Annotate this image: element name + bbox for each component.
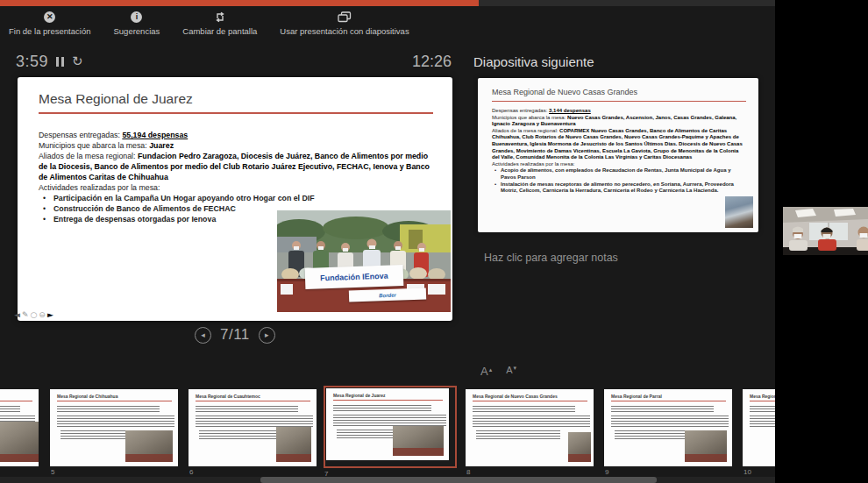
restart-timer-button[interactable]: ↻: [72, 55, 83, 68]
filmstrip-thumbnail-6[interactable]: Mesa Regional de Cuauhtemoc 6: [189, 389, 317, 476]
elapsed-time: 3:59: [16, 53, 48, 71]
thumbnail-photo: [685, 430, 727, 462]
next-slide-photo: [725, 196, 753, 228]
slide-photo: Fundación IEnova Border: [277, 210, 451, 312]
use-slideshow-button[interactable]: Usar presentación con diapositivas: [280, 11, 409, 36]
swap-displays-label: Cambiar de pantalla: [182, 26, 257, 36]
filmstrip-thumbnail-5[interactable]: Mesa Regional de Chihuahua 5: [50, 389, 178, 476]
pause-timer-button[interactable]: [56, 57, 64, 67]
next-slide-preview[interactable]: Mesa Regional de Nuevo Casas Grandes Des…: [478, 78, 758, 232]
tips-label: Sugerencias: [113, 26, 160, 36]
end-presentation-label: Fin de la presentación: [9, 26, 90, 36]
next-slide-body: Despensas entregadas: 3,144 despensas Mu…: [492, 108, 746, 195]
info-circle-icon: i: [131, 11, 142, 23]
eraser-tool[interactable]: ⊖: [39, 311, 46, 319]
annotation-tools: ◄ ✎ ○ ⊖ ►: [14, 311, 53, 319]
thumbnail-photo: [568, 432, 591, 462]
despensas-line: Despensas entregadas: 55,194 despensas: [39, 130, 433, 140]
current-time: 12:26: [377, 53, 452, 71]
slide-bullet: Participación en la Campaña Un Hogar apo…: [39, 193, 433, 203]
filmstrip-thumbnail-4[interactable]: 4: [0, 389, 39, 476]
tips-button[interactable]: i Sugerencias: [113, 11, 160, 36]
next-slide-heading: Diapositiva siguiente: [473, 54, 594, 69]
notes-placeholder[interactable]: Haz clic para agregar notas: [484, 252, 618, 264]
increase-font-button[interactable]: A▴: [480, 366, 491, 377]
end-presentation-button[interactable]: ✕ Fin de la presentación: [9, 11, 90, 36]
filmstrip-thumbnail-9[interactable]: Mesa Regional de Parral 9: [604, 389, 732, 476]
accent-progress-bar: [0, 0, 479, 6]
thumbnail-number: 6: [189, 468, 317, 476]
thumbnail-photo: [125, 430, 173, 462]
thumbnail-number: 8: [466, 468, 594, 476]
webcam-video-thumbnail[interactable]: [783, 207, 868, 255]
filmstrip-scrollbar-track[interactable]: [0, 477, 775, 483]
slide-position: 7/11: [220, 326, 250, 344]
pen-tool[interactable]: ✎: [22, 311, 29, 319]
thumbnail-number: 9: [604, 468, 732, 476]
swap-displays-button[interactable]: Cambiar de pantalla: [182, 11, 257, 36]
use-slideshow-label: Usar presentación con diapositivas: [280, 26, 409, 36]
filmstrip-scrollbar-thumb[interactable]: [260, 477, 657, 483]
current-slide[interactable]: Mesa Regional de Juarez Despensas entreg…: [18, 77, 452, 321]
presenter-view-screen: ✕ Fin de la presentación i Sugerencias C…: [0, 0, 868, 483]
next-arrow-tool[interactable]: ►: [47, 311, 53, 319]
decrease-font-button[interactable]: A▾: [506, 366, 516, 377]
actividades-line: Actividades realizadas por la mesa:: [39, 182, 433, 193]
thumbnail-photo: [0, 422, 39, 462]
next-slide-title: Mesa Regional de Nuevo Casas Grandes: [492, 88, 637, 96]
municipios-line: Municipios que abarca la mesa: Juarez: [39, 140, 433, 151]
prev-arrow-tool[interactable]: ◄: [14, 311, 20, 319]
photo-banner-fundacion: Fundación IEnova: [305, 265, 404, 289]
slideshow-icon: [338, 11, 352, 23]
thumbnail-number: 4: [0, 468, 39, 476]
thumbnail-number: 5: [50, 468, 178, 476]
close-circle-icon: ✕: [44, 11, 55, 23]
swap-arrows-icon: [214, 11, 226, 23]
slide-navigation: ◂ 7/11 ▸: [195, 326, 275, 344]
presenter-toolbar: ✕ Fin de la presentación i Sugerencias C…: [9, 11, 409, 36]
webcam-scene: [783, 207, 868, 255]
timer-row: 3:59 ↻: [16, 53, 83, 71]
previous-slide-button[interactable]: ◂: [195, 327, 211, 344]
thumbnail-photo: [393, 426, 444, 456]
aliados-line: Aliados de la mesa regional: Fundacion P…: [39, 151, 433, 182]
next-slide-button[interactable]: ▸: [259, 327, 275, 344]
slide-title: Mesa Regional de Juarez: [39, 91, 193, 107]
filmstrip-thumbnail-8[interactable]: Mesa Regional de Nuevo Casas Grandes 8: [466, 389, 594, 476]
video-call-strip: [775, 0, 868, 483]
filmstrip-thumbnail-7-current[interactable]: Mesa Regional de Juarez 7: [324, 386, 452, 478]
notes-font-buttons: A▴ A▾: [480, 366, 516, 377]
laser-tool[interactable]: ○: [30, 311, 37, 319]
next-slide-title-rule: [492, 101, 746, 102]
thumbnail-photo: [276, 427, 311, 462]
slide-title-rule: [39, 112, 433, 114]
